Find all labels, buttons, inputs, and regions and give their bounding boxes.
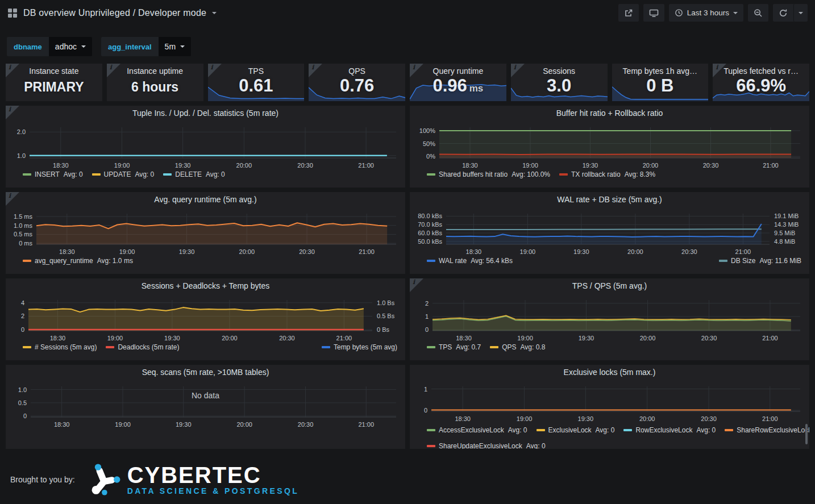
legend-item-temp-bytes-5m-avg[interactable]: Temp bytes (5m avg) bbox=[322, 343, 397, 351]
panel-info-icon[interactable]: i bbox=[208, 64, 222, 77]
legend-item-db-size[interactable]: DB SizeAvg: 11.6 MiB bbox=[719, 257, 801, 265]
stat-number: 0.61 bbox=[239, 76, 273, 95]
tv-mode-button[interactable] bbox=[643, 4, 664, 22]
panel-info-icon[interactable]: i bbox=[309, 64, 322, 77]
stat-unit: ms bbox=[469, 83, 484, 94]
share-button[interactable] bbox=[618, 4, 639, 22]
panel-title[interactable]: Exclusive locks (5m max.) bbox=[410, 368, 809, 377]
x-axis-label: 19:00 bbox=[119, 248, 135, 255]
stat-value: 0.76 bbox=[309, 76, 405, 96]
stat-value: 0.96ms bbox=[410, 76, 506, 99]
y-axis-label: 1.0 ms bbox=[14, 222, 33, 229]
brand-tagline: DATA SCIENCE & POSTGRESQL bbox=[127, 486, 300, 495]
legend-item-tps[interactable]: TPSAvg: 0.7 bbox=[427, 343, 481, 351]
legend-left: # Sessions (5m avg)Deadlocks (5m rate) bbox=[23, 343, 188, 351]
panel-chart: 18:3019:0019:3020:0020:3021:001.00.50 bbox=[6, 365, 405, 447]
x-axis-label: 20:00 bbox=[236, 421, 252, 428]
time-range-button[interactable]: Last 3 hours bbox=[669, 4, 743, 22]
legend-item-sharerowexclusivelock[interactable]: ShareRowExclusiveLockAvg: 0 bbox=[725, 426, 809, 434]
cybertec-logo[interactable]: CYBERTEC DATA SCIENCE & POSTGRESQL bbox=[88, 464, 300, 495]
dashboard-grid-icon[interactable] bbox=[7, 8, 18, 18]
panel-legend: AccessExclusiveLockAvg: 0ExclusiveLockAv… bbox=[427, 426, 801, 434]
legend-left: ShareUpdateExclusiveLockAvg: 0 bbox=[427, 442, 555, 449]
panel-title[interactable]: TPS / QPS (5m avg.) bbox=[410, 281, 809, 290]
y-axis-label: 0.5 ms bbox=[14, 231, 33, 238]
x-axis-label: 20:00 bbox=[639, 415, 655, 422]
legend-item-sessions-5m-avg[interactable]: # Sessions (5m avg) bbox=[23, 343, 97, 351]
panel-info-icon[interactable]: i bbox=[6, 192, 19, 206]
panel-info-icon[interactable]: i bbox=[107, 64, 120, 77]
x-axis-label: 19:00 bbox=[522, 162, 538, 169]
legend-value: Avg: 0 bbox=[135, 170, 154, 178]
info-icon: i bbox=[9, 106, 11, 113]
x-axis-label: 21:00 bbox=[336, 335, 352, 341]
panel-info-icon[interactable]: i bbox=[511, 64, 525, 77]
panel-title[interactable]: Seq. scans (5m rate, >10MB tables) bbox=[6, 368, 405, 377]
legend-item-insert[interactable]: INSERTAvg: 0 bbox=[23, 170, 83, 178]
stat-number: PRIMARY bbox=[24, 80, 84, 94]
x-axis-label: 21:00 bbox=[762, 335, 778, 341]
stat-title: Instance uptime bbox=[107, 66, 203, 76]
legend-item-deadlocks-5m-rate[interactable]: Deadlocks (5m rate) bbox=[106, 343, 179, 351]
legend-item-accessexclusivelock[interactable]: AccessExclusiveLockAvg: 0 bbox=[427, 426, 527, 434]
refresh-interval-caret[interactable] bbox=[793, 4, 808, 22]
panel-info-icon[interactable]: i bbox=[410, 64, 423, 77]
panel-title[interactable]: WAL rate + DB size (5m avg.) bbox=[410, 195, 809, 204]
y-axis-label: 4 bbox=[21, 299, 24, 306]
refresh-button[interactable] bbox=[773, 4, 793, 22]
variable-value-dbname[interactable]: adhoc bbox=[49, 37, 92, 56]
y-axis-label: 70.0 kBs bbox=[418, 221, 442, 228]
panel-info-icon[interactable]: i bbox=[6, 64, 19, 77]
legend-item-rowexclusivelock[interactable]: RowExclusiveLockAvg: 0 bbox=[623, 426, 716, 434]
panel-sessions-deadlocks: Sessions + Deadlocks + Temp bytes18:3019… bbox=[6, 278, 405, 360]
stat-title: TPS bbox=[208, 66, 305, 76]
dashboard-title[interactable]: DB overview Unprivileged / Developer mod… bbox=[23, 8, 206, 18]
zoom-out-button[interactable] bbox=[748, 4, 768, 22]
title-caret-icon[interactable] bbox=[212, 12, 217, 14]
legend-item-update[interactable]: UPDATEAvg: 0 bbox=[92, 170, 155, 178]
legend-item-delete[interactable]: DELETEAvg: 0 bbox=[163, 170, 225, 178]
y-axis-label: 50.0 kBs bbox=[418, 238, 442, 245]
panel-legend: # Sessions (5m avg)Deadlocks (5m rate)Te… bbox=[23, 343, 397, 351]
dropdown-caret-icon bbox=[81, 45, 86, 48]
panel-title[interactable]: Buffer hit ratio + Rollback ratio bbox=[410, 109, 809, 118]
panel-tps-qps: iTPS / QPS (5m avg.)18:3019:0019:3020:00… bbox=[410, 278, 809, 360]
zoom-out-icon bbox=[754, 9, 763, 18]
refresh-button-group bbox=[773, 4, 808, 22]
legend-item-tx-rollback-ratio[interactable]: TX rollback ratioAvg: 8.3% bbox=[559, 170, 655, 178]
info-icon: i bbox=[9, 192, 11, 199]
panel-seq-scans: Seq. scans (5m rate, >10MB tables)18:301… bbox=[6, 365, 405, 449]
y-axis-label: 0 bbox=[424, 407, 427, 414]
y-axis-label: 2 bbox=[425, 300, 429, 307]
legend-swatch bbox=[92, 173, 101, 176]
panel-info-icon[interactable]: i bbox=[6, 106, 19, 119]
panel-avg-query-runtime: iAvg. query runtime (5m avg.)18:3019:001… bbox=[6, 192, 405, 274]
legend-value: Avg: 0 bbox=[526, 442, 546, 449]
panel-title[interactable]: Tuple Ins. / Upd. / Del. statistics (5m … bbox=[6, 109, 405, 118]
x-axis-label: 19:00 bbox=[517, 335, 533, 341]
legend-item-shared-buffers-hit-ratio[interactable]: Shared buffers hit ratioAvg: 100.0% bbox=[427, 170, 550, 178]
legend-item-exclusivelock[interactable]: ExclusiveLockAvg: 0 bbox=[537, 426, 615, 434]
legend-item-avg-query-runtime[interactable]: avg_query_runtimeAvg: 1.0 ms bbox=[23, 257, 133, 265]
panel-title[interactable]: Avg. query runtime (5m avg.) bbox=[6, 195, 405, 204]
legend-item-shareupdateexclusivelock[interactable]: ShareUpdateExclusiveLockAvg: 0 bbox=[427, 442, 546, 449]
y-axis-right-label: 14.3 MiB bbox=[774, 221, 799, 228]
x-axis-label: 19:30 bbox=[573, 248, 589, 255]
x-axis-label: 21:00 bbox=[735, 248, 751, 255]
legend-right: Temp bytes (5m avg) bbox=[313, 343, 397, 351]
legend-scrollbar[interactable] bbox=[805, 424, 808, 444]
variable-value-agg_interval[interactable]: 5m bbox=[159, 37, 191, 56]
x-axis-label: 19:30 bbox=[175, 162, 191, 169]
x-axis-label: 19:30 bbox=[176, 421, 192, 428]
panel-title[interactable]: Sessions + Deadlocks + Temp bytes bbox=[6, 281, 405, 290]
legend-left: TPSAvg: 0.7QPSAvg: 0.8 bbox=[427, 343, 554, 351]
top-nav: DB overview Unprivileged / Developer mod… bbox=[0, 0, 815, 26]
panel-info-icon[interactable]: i bbox=[410, 278, 423, 292]
stat-value: 3.0 bbox=[511, 76, 608, 96]
legend-item-wal-rate[interactable]: WAL rateAvg: 56.4 kBs bbox=[427, 257, 513, 265]
time-range-caret-icon bbox=[733, 12, 738, 14]
legend-item-qps[interactable]: QPSAvg: 0.8 bbox=[490, 343, 545, 351]
legend-value: Avg: 0.8 bbox=[521, 343, 546, 351]
panel-info-icon[interactable]: i bbox=[713, 64, 726, 77]
legend-label: ShareUpdateExclusiveLock bbox=[439, 442, 522, 449]
